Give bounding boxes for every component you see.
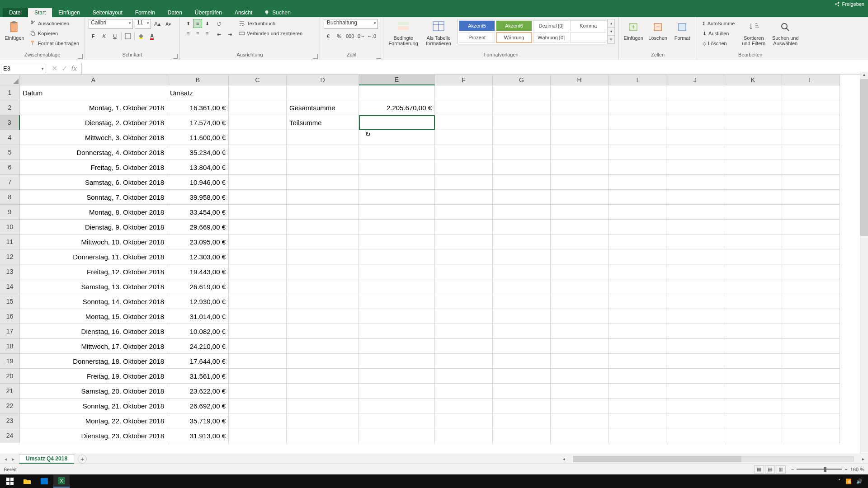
cell-A8[interactable]: Sonntag, 7. Oktober 2018 (20, 190, 167, 205)
cell-H15[interactable] (551, 294, 609, 309)
cell-A9[interactable]: Montag, 8. Oktober 2018 (20, 205, 167, 220)
cell-C20[interactable] (229, 369, 287, 384)
cell-J14[interactable] (666, 279, 724, 294)
cell-K13[interactable] (724, 264, 782, 279)
cell-B12[interactable]: 12.303,00 € (167, 249, 229, 264)
cell-I23[interactable] (609, 413, 666, 428)
align-center-button[interactable]: ≡ (193, 28, 202, 38)
font-name-select[interactable]: Calibri (89, 19, 133, 29)
cell-H6[interactable] (551, 160, 609, 175)
cut-button[interactable]: Ausschneiden (28, 19, 81, 28)
cell-F17[interactable] (435, 324, 493, 339)
cell-H22[interactable] (551, 399, 609, 413)
cell-E14[interactable] (359, 279, 435, 294)
align-right-button[interactable]: ≡ (203, 28, 212, 38)
cell-A2[interactable]: Montag, 1. Oktober 2018 (20, 100, 167, 115)
cell-E17[interactable] (359, 324, 435, 339)
cell-F9[interactable] (435, 205, 493, 220)
format-cells-button[interactable]: Format (671, 19, 693, 41)
cell-H14[interactable] (551, 279, 609, 294)
cell-B23[interactable]: 35.719,00 € (167, 413, 229, 428)
cell-E8[interactable] (359, 190, 435, 205)
cell-L21[interactable] (782, 384, 840, 399)
clear-button[interactable]: ◇Löschen (701, 39, 736, 48)
increase-decimal-button[interactable]: .0→ (356, 32, 365, 41)
cell-K17[interactable] (724, 324, 782, 339)
cell-H7[interactable] (551, 175, 609, 190)
cell-E19[interactable] (359, 354, 435, 369)
cell-J2[interactable] (666, 100, 724, 115)
cell-J7[interactable] (666, 175, 724, 190)
cell-J9[interactable] (666, 205, 724, 220)
comma-format-button[interactable]: 000 (345, 32, 354, 41)
accounting-format-button[interactable]: € (324, 32, 333, 41)
row-header-12[interactable]: 12 (0, 249, 20, 264)
cell-L5[interactable] (782, 145, 840, 160)
sort-filter-button[interactable]: Sortieren und Filtern (739, 19, 768, 46)
cell-I6[interactable] (609, 160, 666, 175)
cell-D18[interactable] (287, 339, 359, 354)
zoom-control[interactable]: − + 160 % (791, 467, 864, 472)
tab-data[interactable]: Daten (161, 8, 189, 17)
wrap-text-button[interactable]: Textumbruch (237, 19, 304, 28)
cell-K19[interactable] (724, 354, 782, 369)
cell-C18[interactable] (229, 339, 287, 354)
cell-A21[interactable]: Samstag, 20. Oktober 2018 (20, 384, 167, 399)
cell-E4[interactable] (359, 130, 435, 145)
cell-K22[interactable] (724, 399, 782, 413)
select-all-button[interactable] (0, 75, 20, 85)
cell-styles-gallery[interactable]: Akzent5 Akzent6 Dezimal [0] Komma Prozen… (458, 19, 608, 44)
cell-J4[interactable] (666, 130, 724, 145)
cell-J12[interactable] (666, 249, 724, 264)
column-header-E[interactable]: E (359, 75, 435, 85)
vertical-scrollbar[interactable]: ▴ ▾ (860, 72, 868, 464)
row-header-7[interactable]: 7 (0, 175, 20, 190)
tab-home[interactable]: Start (28, 8, 52, 17)
cell-D24[interactable] (287, 428, 359, 443)
cell-E7[interactable] (359, 175, 435, 190)
cell-H17[interactable] (551, 324, 609, 339)
cell-D10[interactable] (287, 220, 359, 235)
cell-I10[interactable] (609, 220, 666, 235)
cell-L24[interactable] (782, 428, 840, 443)
cell-H2[interactable] (551, 100, 609, 115)
cell-A23[interactable]: Montag, 22. Oktober 2018 (20, 413, 167, 428)
cell-J3[interactable] (666, 115, 724, 130)
cell-K23[interactable] (724, 413, 782, 428)
row-header-21[interactable]: 21 (0, 384, 20, 399)
cell-A17[interactable]: Dienstag, 16. Oktober 2018 (20, 324, 167, 339)
start-button[interactable] (2, 475, 18, 488)
fill-color-button[interactable] (137, 32, 146, 41)
cell-D19[interactable] (287, 354, 359, 369)
cell-J18[interactable] (666, 339, 724, 354)
cell-D15[interactable] (287, 294, 359, 309)
cell-E16[interactable] (359, 309, 435, 324)
cell-L9[interactable] (782, 205, 840, 220)
cell-G21[interactable] (493, 384, 551, 399)
cell-H5[interactable] (551, 145, 609, 160)
cell-G11[interactable] (493, 235, 551, 249)
zoom-level[interactable]: 160 % (850, 467, 864, 472)
cell-C11[interactable] (229, 235, 287, 249)
cell-G1[interactable] (493, 85, 551, 100)
cell-G7[interactable] (493, 175, 551, 190)
cell-E15[interactable] (359, 294, 435, 309)
cell-K3[interactable] (724, 115, 782, 130)
cell-A3[interactable]: Dienstag, 2. Oktober 2018 (20, 115, 167, 130)
cell-L18[interactable] (782, 339, 840, 354)
cell-I21[interactable] (609, 384, 666, 399)
cell-L19[interactable] (782, 354, 840, 369)
row-header-9[interactable]: 9 (0, 205, 20, 220)
align-left-button[interactable]: ≡ (184, 28, 193, 38)
cell-L3[interactable] (782, 115, 840, 130)
column-header-A[interactable]: A (20, 75, 167, 85)
column-header-L[interactable]: L (782, 75, 840, 85)
cell-A1[interactable]: Datum (20, 85, 167, 100)
tab-formulas[interactable]: Formeln (129, 8, 161, 17)
cell-C24[interactable] (229, 428, 287, 443)
cell-I22[interactable] (609, 399, 666, 413)
cell-K10[interactable] (724, 220, 782, 235)
cell-K5[interactable] (724, 145, 782, 160)
cell-B9[interactable]: 33.454,00 € (167, 205, 229, 220)
cell-A12[interactable]: Donnerstag, 11. Oktober 2018 (20, 249, 167, 264)
